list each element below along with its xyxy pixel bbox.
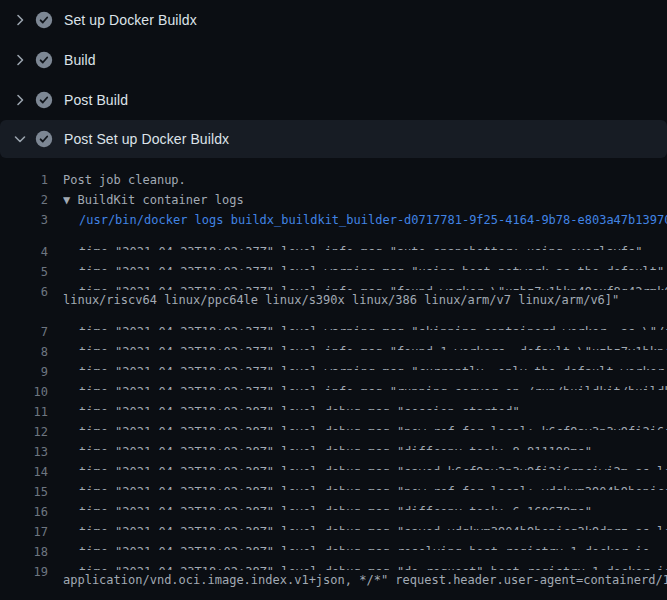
- log-row: 13time="2021-04-23T18:02:38Z" level=debu…: [0, 430, 667, 450]
- log-row: 12time="2021-04-23T18:02:38Z" level=debu…: [0, 410, 667, 430]
- log-row: 2▼ BuildKit container logs: [0, 190, 667, 210]
- log-row: 6time="2021-04-23T18:02:37Z" level=info …: [0, 270, 667, 290]
- log-row: 15time="2021-04-23T18:02:38Z" level=debu…: [0, 470, 667, 490]
- log-line-text: time="2021-04-23T18:02:38Z" level=debug …: [63, 502, 667, 510]
- log-line-text: time="2021-04-23T18:02:38Z" level=debug …: [63, 402, 667, 410]
- log-line-number[interactable]: 9: [0, 362, 48, 370]
- log-line-text: time="2021-04-23T18:02:37Z" level=warnin…: [63, 322, 667, 330]
- log-row: 11time="2021-04-23T18:02:38Z" level=debu…: [0, 390, 667, 410]
- log-row: 20time="2021-04-23T18:02:38Z" level=debu…: [0, 590, 667, 600]
- log-command-text: /usr/bin/docker logs buildx_buildkit_bui…: [63, 210, 667, 230]
- log-line-text: time="2021-04-23T18:02:38Z" level=debug …: [63, 442, 667, 450]
- step-title: Build: [64, 52, 96, 68]
- log-line-number[interactable]: 3: [0, 210, 48, 230]
- log-line-text: time="2021-04-23T18:02:38Z" level=debug …: [63, 482, 667, 490]
- log-row: linux/riscv64 linux/ppc64le linux/s390x …: [0, 290, 667, 310]
- log-line-number[interactable]: 17: [0, 522, 48, 530]
- chevron-right-icon: [12, 92, 30, 108]
- log-line-text: time="2021-04-23T18:02:37Z" level=warnin…: [63, 262, 667, 270]
- log-line-number[interactable]: 4: [0, 242, 48, 250]
- log-row: application/vnd.oci.image.index.v1+json,…: [0, 570, 667, 590]
- log-line-text: time="2021-04-23T18:02:37Z" level=warnin…: [63, 362, 667, 370]
- step-header-build[interactable]: Build: [0, 40, 667, 80]
- log-line-number[interactable]: 2: [0, 190, 48, 210]
- log-row: 8time="2021-04-23T18:02:37Z" level=info …: [0, 330, 667, 350]
- log-line-text: Post job cleanup.: [63, 170, 667, 190]
- check-circle-icon: [35, 51, 53, 69]
- log-line-text: time="2021-04-23T18:02:38Z" level=debug …: [63, 562, 667, 570]
- actions-log-viewer: Set up Docker Buildx Build Post Build: [0, 0, 667, 600]
- check-circle-icon: [35, 11, 53, 29]
- log-row: 3/usr/bin/docker logs buildx_buildkit_bu…: [0, 210, 667, 230]
- chevron-down-icon: [12, 131, 30, 147]
- step-title: Set up Docker Buildx: [64, 12, 197, 28]
- step-header-set-up-docker-buildx[interactable]: Set up Docker Buildx: [0, 0, 667, 40]
- log-line-number: [0, 570, 48, 590]
- log-row: 16time="2021-04-23T18:02:38Z" level=debu…: [0, 490, 667, 510]
- log-line-number[interactable]: 18: [0, 542, 48, 550]
- log-line-text: linux/riscv64 linux/ppc64le linux/s390x …: [63, 290, 667, 310]
- log-line-text: time="2021-04-23T18:02:38Z" level=debug …: [63, 522, 667, 530]
- chevron-right-icon: [12, 12, 30, 28]
- chevron-right-icon: [12, 52, 30, 68]
- log-line-number: [0, 290, 48, 310]
- log-line-number[interactable]: 15: [0, 482, 48, 490]
- log-line-number[interactable]: 19: [0, 562, 48, 570]
- log-line-text: time="2021-04-23T18:02:37Z" level=info m…: [63, 382, 667, 390]
- log-output: 1Post job cleanup.2▼ BuildKit container …: [0, 158, 667, 600]
- log-line-number[interactable]: 5: [0, 262, 48, 270]
- log-row: 1Post job cleanup.: [0, 170, 667, 190]
- log-group-toggle[interactable]: ▼ BuildKit container logs: [63, 190, 667, 210]
- step-title: Post Build: [64, 92, 128, 108]
- log-row: 19time="2021-04-23T18:02:38Z" level=debu…: [0, 550, 667, 570]
- log-line-text: time="2021-04-23T18:02:37Z" level=info m…: [63, 242, 667, 250]
- log-line-number[interactable]: 12: [0, 422, 48, 430]
- log-line-number[interactable]: 6: [0, 282, 48, 290]
- log-line-number[interactable]: 13: [0, 442, 48, 450]
- log-line-text: time="2021-04-23T18:02:38Z" level=debug …: [63, 462, 667, 470]
- log-row: 14time="2021-04-23T18:02:38Z" level=debu…: [0, 450, 667, 470]
- log-line-text: time="2021-04-23T18:02:37Z" level=info m…: [63, 282, 667, 290]
- step-header-post-build[interactable]: Post Build: [0, 80, 667, 120]
- log-line-text: application/vnd.oci.image.index.v1+json,…: [63, 570, 667, 590]
- log-line-text: time="2021-04-23T18:02:38Z" level=debug …: [63, 542, 667, 550]
- log-line-number[interactable]: 16: [0, 502, 48, 510]
- log-line-text: time="2021-04-23T18:02:38Z" level=debug …: [63, 422, 667, 430]
- step-title: Post Set up Docker Buildx: [64, 131, 229, 147]
- log-line-number[interactable]: 14: [0, 462, 48, 470]
- log-line-number[interactable]: 8: [0, 342, 48, 350]
- log-line-text: time="2021-04-23T18:02:37Z" level=info m…: [63, 342, 667, 350]
- steps-list: Set up Docker Buildx Build Post Build: [0, 0, 667, 158]
- log-line-number[interactable]: 1: [0, 170, 48, 190]
- log-row: 4time="2021-04-23T18:02:37Z" level=info …: [0, 230, 667, 250]
- log-row: 18time="2021-04-23T18:02:38Z" level=debu…: [0, 530, 667, 550]
- log-row: 9time="2021-04-23T18:02:37Z" level=warni…: [0, 350, 667, 370]
- log-line-number[interactable]: 7: [0, 322, 48, 330]
- log-row: 5time="2021-04-23T18:02:37Z" level=warni…: [0, 250, 667, 270]
- log-line-number[interactable]: 11: [0, 402, 48, 410]
- check-circle-icon: [35, 130, 53, 148]
- step-header-post-set-up-docker-buildx[interactable]: Post Set up Docker Buildx: [0, 120, 667, 158]
- log-row: 7time="2021-04-23T18:02:37Z" level=warni…: [0, 310, 667, 330]
- log-row: 17time="2021-04-23T18:02:38Z" level=debu…: [0, 510, 667, 530]
- log-row: 10time="2021-04-23T18:02:37Z" level=info…: [0, 370, 667, 390]
- check-circle-icon: [35, 91, 53, 109]
- log-line-number[interactable]: 10: [0, 382, 48, 390]
